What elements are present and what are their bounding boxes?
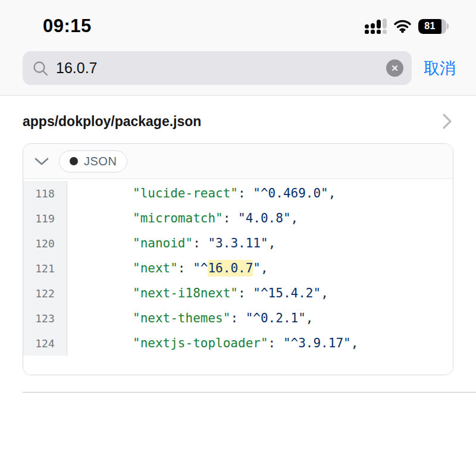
- clear-x-icon: ✕: [391, 64, 399, 73]
- language-badge: JSON: [59, 150, 127, 172]
- cancel-button[interactable]: 取消: [424, 58, 456, 79]
- code-line: 118 "lucide-react": "^0.469.0",: [23, 181, 453, 206]
- file-result-row[interactable]: apps/dokploy/package.json: [0, 96, 476, 143]
- code-line: 124 "nextjs-toploader": "^3.9.17",: [23, 331, 453, 356]
- line-number: 124: [23, 331, 67, 356]
- code-text: "micromatch": "4.0.8",: [67, 206, 453, 231]
- code-line: 120 "nanoid": "3.3.11",: [23, 231, 453, 256]
- code-text: "next": "^16.0.7",: [67, 256, 453, 281]
- language-name: JSON: [84, 155, 117, 168]
- code-line: 123 "next-themes": "^0.2.1",: [23, 306, 453, 331]
- ios-header: 09:15 81: [0, 0, 476, 96]
- code-text: "lucide-react": "^0.469.0",: [67, 181, 453, 206]
- status-time: 09:15: [43, 15, 92, 37]
- code-line: 119 "micromatch": "4.0.8",: [23, 206, 453, 231]
- code-lines: 118 "lucide-react": "^0.469.0", 119 "mic…: [23, 179, 453, 356]
- wifi-icon: [393, 19, 412, 33]
- code-text: "next-i18next": "^15.4.2",: [67, 281, 453, 306]
- code-text: "nanoid": "3.3.11",: [67, 231, 453, 256]
- file-path: apps/dokploy/package.json: [23, 114, 201, 130]
- clear-search-button[interactable]: ✕: [386, 59, 403, 77]
- snippet-footer: [23, 356, 453, 375]
- collapse-chevron-down-icon[interactable]: [34, 157, 49, 166]
- line-number: 120: [23, 231, 67, 256]
- battery-percent: 81: [424, 21, 435, 32]
- status-icons: 81: [365, 18, 449, 34]
- line-number: 118: [23, 181, 67, 206]
- search-row: 16.0.7 ✕ 取消: [0, 46, 476, 85]
- search-input[interactable]: 16.0.7 ✕: [23, 51, 412, 85]
- section-divider: [23, 392, 476, 392]
- line-number: 121: [23, 256, 67, 281]
- status-bar: 09:15 81: [0, 0, 476, 46]
- chevron-right-icon: [442, 112, 452, 130]
- code-snippet-card: JSON 118 "lucide-react": "^0.469.0", 119…: [23, 143, 453, 375]
- code-line: 121 "next": "^16.0.7",: [23, 256, 453, 281]
- cellular-signal-icon: [365, 18, 387, 34]
- language-dot-icon: [70, 157, 78, 165]
- code-line: 122 "next-i18next": "^15.4.2",: [23, 281, 453, 306]
- search-results: apps/dokploy/package.json JSON 118 "luci…: [0, 96, 476, 392]
- line-number: 123: [23, 306, 67, 331]
- line-number: 122: [23, 281, 67, 306]
- battery-icon: 81: [418, 19, 449, 34]
- code-text: "next-themes": "^0.2.1",: [67, 306, 453, 331]
- search-query-text: 16.0.7: [56, 59, 379, 77]
- search-icon: [32, 60, 49, 77]
- snippet-header: JSON: [23, 144, 453, 179]
- line-number: 119: [23, 206, 67, 231]
- code-text: "nextjs-toploader": "^3.9.17",: [67, 331, 453, 356]
